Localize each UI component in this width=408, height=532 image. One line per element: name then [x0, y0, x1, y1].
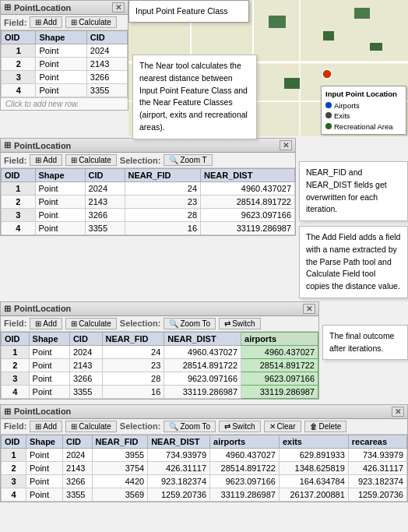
p2-zoom-icon: 🔍 — [169, 156, 178, 164]
cell-cid: 3355 — [86, 84, 127, 97]
panel4-switch-button[interactable]: ⇄Switch — [219, 421, 260, 432]
panel2-close-button[interactable]: ✕ — [280, 140, 292, 150]
p2-col-near-dist: NEAR_DIST — [201, 169, 295, 182]
cell-oid: 1 — [2, 44, 36, 58]
cell-shape: Point — [29, 385, 69, 398]
p4-col-cid: CID — [63, 435, 92, 448]
panel1-table-scroll: OID Shape CID 1 Point 2024 2 Point 2143 … — [1, 30, 128, 97]
panel2-calc-button[interactable]: ⊞Calculate — [65, 154, 117, 166]
panel1-add-row[interactable]: Click to add new row. — [1, 97, 128, 110]
cell-shape: Point — [26, 474, 62, 488]
table-row: 1 Point 2024 24 4960.437027 4960.437027 — [2, 345, 318, 358]
panel4-calc-button[interactable]: ⊞Calculate — [65, 421, 117, 432]
panel3-section: ⊞ PointLocation ✕ Field: ⊞Add ⊞Calculate… — [0, 301, 408, 401]
panel1-calc-button[interactable]: ⊞Calculate — [65, 16, 117, 28]
add-field-tooltip: The Add Field adds a field with a name e… — [299, 226, 408, 298]
p4-col-near-fid: NEAR_FID — [92, 435, 148, 448]
table-row: 4 Point 3355 16 33119.286987 — [2, 222, 295, 235]
panel2-grid-icon: ⊞ — [4, 140, 11, 150]
cell-oid: 2 — [2, 461, 26, 474]
svg-point-13 — [322, 69, 332, 79]
cell-shape: Point — [26, 448, 62, 461]
p2-col-near-fid: NEAR_FID — [125, 169, 201, 182]
cell-oid: 3 — [2, 474, 26, 488]
legend-title: Input Point Location — [325, 89, 402, 99]
table-row: 4 Point 3355 3569 1259.20736 33119.28698… — [2, 488, 407, 501]
cell-cid: 3355 — [85, 222, 125, 235]
table-row: 3 Point 3266 — [2, 71, 128, 84]
near-tool-info-text: The Near tool calculates the nearest dis… — [139, 61, 248, 132]
panel3-add-button[interactable]: ⊞Add — [30, 318, 62, 329]
input-feature-tooltip: Input Point Feature Class — [128, 0, 249, 23]
table-row: 1 Point 2024 24 4960.437027 — [2, 182, 295, 196]
panel1-field-label: Field: — [4, 18, 26, 27]
cell-near-fid: 28 — [125, 209, 201, 222]
cell-airports: 28514.891722 — [210, 461, 280, 474]
table-row: 2 Point 2143 3754 426.31117 28514.891722… — [2, 461, 407, 474]
cell-oid: 1 — [2, 345, 30, 358]
cell-near-fid: 3754 — [92, 461, 148, 474]
cell-near-fid: 16 — [125, 222, 201, 235]
panel3-note: The final outcome after iterations. — [322, 301, 408, 361]
p3-col-oid: OID — [2, 332, 30, 345]
cell-airports: 28514.891722 — [241, 358, 318, 372]
cell-exits: 629.891933 — [279, 448, 348, 461]
cell-shape: Point — [36, 71, 86, 84]
cell-cid: 2024 — [85, 182, 125, 196]
p3-col-near-dist: NEAR_DIST — [164, 332, 241, 345]
panel2-add-button[interactable]: ⊞Add — [30, 154, 62, 166]
panel3-calc-button[interactable]: ⊞Calculate — [65, 318, 117, 329]
panel4-field-label: Field: — [4, 421, 26, 431]
map-legend: Input Point Location Airports Exits Recr… — [321, 86, 406, 135]
panel2-zoom-button[interactable]: 🔍Zoom T — [164, 154, 212, 166]
cell-near-dist: 1259.20736 — [148, 488, 210, 501]
cell-cid: 3355 — [63, 488, 92, 501]
panel3-zoom-button[interactable]: 🔍Zoom To — [164, 318, 216, 329]
panel4-grid-icon: ⊞ — [4, 407, 11, 417]
cell-near-dist: 28514.891722 — [201, 196, 295, 209]
table-row: 1 Point 2024 3955 734.93979 4960.437027 … — [2, 448, 407, 461]
panel1-add-button[interactable]: ⊞Add — [30, 16, 62, 28]
cell-airports: 33119.286987 — [241, 385, 318, 398]
panel4-add-button[interactable]: ⊞Add — [30, 421, 62, 432]
cell-near-fid: 23 — [102, 358, 164, 372]
cell-oid: 3 — [2, 209, 36, 222]
table-row: 3 Point 3266 4420 923.182374 9623.097166… — [2, 474, 407, 488]
panel4-clear-button[interactable]: ✕Clear — [264, 421, 301, 432]
table-row: 2 Point 2143 23 28514.891722 28514.89172… — [2, 358, 318, 372]
panel4-zoom-button[interactable]: 🔍Zoom To — [164, 421, 216, 432]
cell-near-dist: 923.182374 — [148, 474, 210, 488]
cell-shape: Point — [36, 44, 86, 58]
cell-cid: 2024 — [86, 44, 127, 58]
panel3-switch-button[interactable]: ⇄Switch — [219, 318, 260, 329]
panel3-close-button[interactable]: ✕ — [303, 304, 315, 314]
cell-recareas: 923.182374 — [348, 474, 406, 488]
cell-shape: Point — [29, 345, 69, 358]
p3-switch-icon: ⇄ — [224, 319, 230, 328]
svg-rect-8 — [323, 31, 334, 41]
cell-cid: 3266 — [85, 209, 125, 222]
panel3-toolbar: Field: ⊞Add ⊞Calculate Selection: 🔍Zoom … — [1, 316, 318, 332]
add-field-tooltip-text: The Add Field adds a field with a name e… — [306, 232, 400, 291]
p4-col-recareas: recareas — [348, 435, 406, 448]
cell-near-dist: 9623.097166 — [201, 209, 295, 222]
cell-oid: 2 — [2, 196, 36, 209]
panel1-close-button[interactable]: ✕ — [112, 2, 125, 12]
near-tool-tooltip-text: NEAR_FID and NEAR_DIST fields get overwr… — [306, 167, 387, 213]
panel2-table-scroll: OID Shape CID NEAR_FID NEAR_DIST 1 Point… — [1, 168, 295, 235]
panel3-wrap: ⊞ PointLocation ✕ Field: ⊞Add ⊞Calculate… — [0, 301, 319, 401]
panel4-close-button[interactable]: ✕ — [392, 407, 404, 417]
cell-shape: Point — [29, 358, 69, 372]
panel1-container: ⊞ PointLocation ✕ Field: ⊞Add ⊞Calculate… — [0, 0, 128, 136]
cell-near-dist: 734.93979 — [148, 448, 210, 461]
p3-col-near-fid: NEAR_FID — [102, 332, 164, 345]
panel1-grid-icon: ⊞ — [4, 2, 11, 12]
panel2-table: OID Shape CID NEAR_FID NEAR_DIST 1 Point… — [1, 168, 295, 235]
cell-exits: 164.634784 — [279, 474, 348, 488]
panel1-col-oid: OID — [2, 31, 36, 44]
cell-cid: 3266 — [86, 71, 127, 84]
panel3-table: OID Shape CID NEAR_FID NEAR_DIST airport… — [1, 332, 318, 399]
cell-cid: 2024 — [63, 448, 92, 461]
panel2-toolbar: Field: ⊞Add ⊞Calculate Selection: 🔍Zoom … — [1, 153, 295, 168]
panel4-delete-button[interactable]: 🗑Delete — [304, 421, 347, 432]
